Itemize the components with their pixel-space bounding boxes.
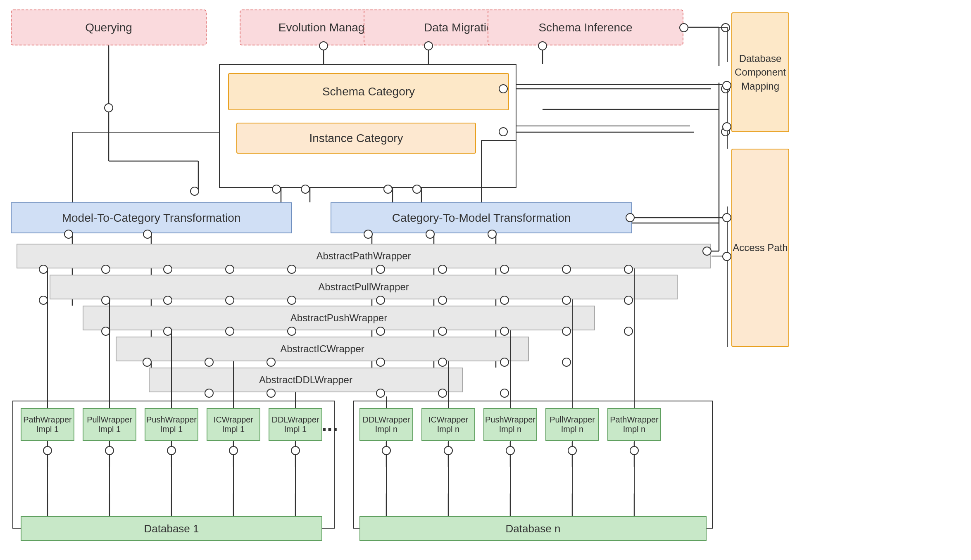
dbn-label: Database n <box>506 522 561 535</box>
querying-box: Querying <box>11 9 207 45</box>
circle-cat-3 <box>383 185 393 194</box>
c-right-ap1 <box>722 81 731 90</box>
schema-inference-label: Schema Inference <box>538 21 632 34</box>
abstract-push-label: AbstractPushWrapper <box>290 312 387 324</box>
c-aic-1 <box>143 358 152 367</box>
c-wn-5 <box>630 446 639 455</box>
ddl-wrapper-impln: DDLWrapperImpl n <box>359 408 413 441</box>
abstract-ddl-label: AbstractDDLWrapper <box>259 374 352 386</box>
querying-label: Querying <box>85 21 132 34</box>
c-apw-7 <box>438 265 447 274</box>
access-path-label: Access Path <box>733 241 788 255</box>
circle-ctm-1 <box>364 230 373 239</box>
circle-cat-1 <box>272 185 281 194</box>
cat-to-model-box: Category-To-Model Transformation <box>331 202 632 233</box>
abstract-ic-label: AbstractICWrapper <box>280 343 364 355</box>
c-addl-1 <box>205 389 214 398</box>
c-right-si <box>679 23 688 32</box>
pull-wrapper-impl1-label: PullWrapperImpl 1 <box>87 415 132 434</box>
ic-wrapper-impl1: ICWrapperImpl 1 <box>207 408 260 441</box>
circle-right-cat2 <box>499 127 508 136</box>
database1-box: Database 1 <box>21 516 322 541</box>
c-apw-1 <box>39 265 48 274</box>
c-wn-2 <box>444 446 453 455</box>
databasen-box: Database n <box>359 516 707 541</box>
abstract-push-wrapper: AbstractPushWrapper <box>83 306 595 330</box>
c-addl-3 <box>376 389 385 398</box>
c-right-ap2 <box>722 122 731 131</box>
c-aic-4 <box>376 358 385 367</box>
db1-label: Database 1 <box>144 522 199 535</box>
ddl-wrapper-impl1-label: DDLWrapperImpl 1 <box>272 415 319 434</box>
ic-wrapper-impln: ICWrapperImpl n <box>421 408 475 441</box>
c-apush-9 <box>624 327 633 336</box>
abstract-ic-wrapper: AbstractICWrapper <box>116 337 529 361</box>
c-aic-2 <box>205 358 214 367</box>
pull-wrapper-impln: PullWrapperImpl n <box>545 408 599 441</box>
c-aic-6 <box>500 358 509 367</box>
push-wrapper-impln: PushWrapperImpl n <box>483 408 537 441</box>
c-apw-5 <box>287 265 296 274</box>
abstract-path-label: AbstractPathWrapper <box>317 250 411 262</box>
c-apw-10 <box>624 265 633 274</box>
instance-category-box: Instance Category <box>236 123 476 154</box>
pull-wrapper-impln-label: PullWrapperImpl n <box>550 415 595 434</box>
c-addl-5 <box>500 389 509 398</box>
c-apush-7 <box>500 327 509 336</box>
dots-separator: ... <box>321 413 338 436</box>
cat-to-model-label: Category-To-Model Transformation <box>392 211 571 225</box>
schema-category-box: Schema Category <box>228 73 509 110</box>
circle-right-cat1 <box>499 84 508 93</box>
abstract-path-wrapper: AbstractPathWrapper <box>17 244 711 268</box>
ic-wrapper-impln-label: ICWrapperImpl n <box>428 415 468 434</box>
c-wn-3 <box>506 446 515 455</box>
abstract-ddl-wrapper: AbstractDDLWrapper <box>149 368 463 392</box>
c-apw-6 <box>376 265 385 274</box>
c-aic-3 <box>267 358 276 367</box>
circle-cat-4 <box>412 185 421 194</box>
c-apull-8 <box>500 296 509 305</box>
c-apull-7 <box>438 296 447 305</box>
circle-apw-right <box>702 247 712 256</box>
category-outer-box: Schema Category Instance Category <box>219 64 516 188</box>
c-apw-9 <box>562 265 571 274</box>
c-apw-3 <box>163 265 172 274</box>
db-component-mapping-box: Database Component Mapping <box>731 12 789 132</box>
c-addl-4 <box>438 389 447 398</box>
c-apull-5 <box>287 296 296 305</box>
ic-wrapper-impl1-label: ICWrapperImpl 1 <box>214 415 253 434</box>
c-apw-2 <box>101 265 110 274</box>
c-apush-4 <box>287 327 296 336</box>
db-component-label: Database Component Mapping <box>732 52 788 93</box>
circle-cat-2 <box>301 185 310 194</box>
path-wrapper-impl1-label: PathWrapperImpl 1 <box>23 415 71 434</box>
abstract-pull-wrapper: AbstractPullWrapper <box>50 275 678 299</box>
c-w1-2 <box>105 446 114 455</box>
path-wrapper-impln: PathWrapperImpl n <box>607 408 661 441</box>
c-apush-1 <box>101 327 110 336</box>
model-to-cat-label: Model-To-Category Transformation <box>62 211 241 225</box>
ddl-wrapper-impln-label: DDLWrapperImpl n <box>363 415 410 434</box>
dots-label: ... <box>321 413 338 435</box>
circle-ctm-right <box>626 213 635 222</box>
circle-si1 <box>538 41 547 50</box>
circle-mtc-1 <box>64 230 73 239</box>
c-w1-5 <box>291 446 300 455</box>
diagram-container: Querying Evolution Management Data Migra… <box>0 0 971 560</box>
abstract-pull-label: AbstractPullWrapper <box>318 281 409 293</box>
push-wrapper-impl1: PushWrapperImpl 1 <box>145 408 198 441</box>
access-path-box: Access Path <box>731 149 789 347</box>
c-apull-2 <box>101 296 110 305</box>
c-apush-8 <box>562 327 571 336</box>
c-w1-1 <box>43 446 52 455</box>
path-wrapper-impl1: PathWrapperImpl 1 <box>21 408 74 441</box>
path-wrapper-impln-label: PathWrapperImpl n <box>610 415 658 434</box>
push-wrapper-impln-label: PushWrapperImpl n <box>485 415 535 434</box>
c-apull-3 <box>163 296 172 305</box>
schema-category-label: Schema Category <box>322 85 415 98</box>
circle-ctm-2 <box>426 230 435 239</box>
schema-inference-box: Schema Inference <box>488 9 683 45</box>
c-apush-6 <box>438 327 447 336</box>
c-aic-5 <box>438 358 447 367</box>
c-apull-10 <box>624 296 633 305</box>
